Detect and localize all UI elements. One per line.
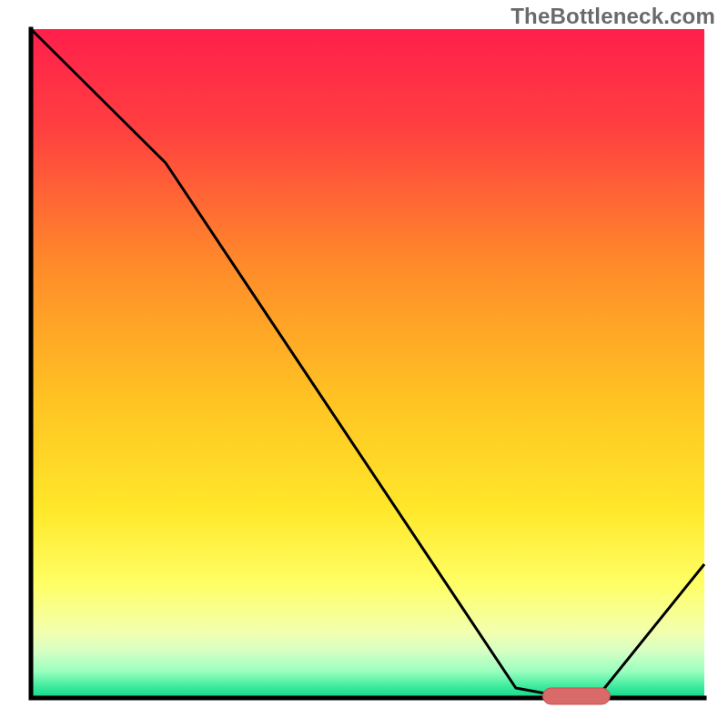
chart-svg — [0, 0, 728, 728]
optimum-marker — [542, 688, 610, 704]
chart-container: TheBottleneck.com — [0, 0, 728, 728]
